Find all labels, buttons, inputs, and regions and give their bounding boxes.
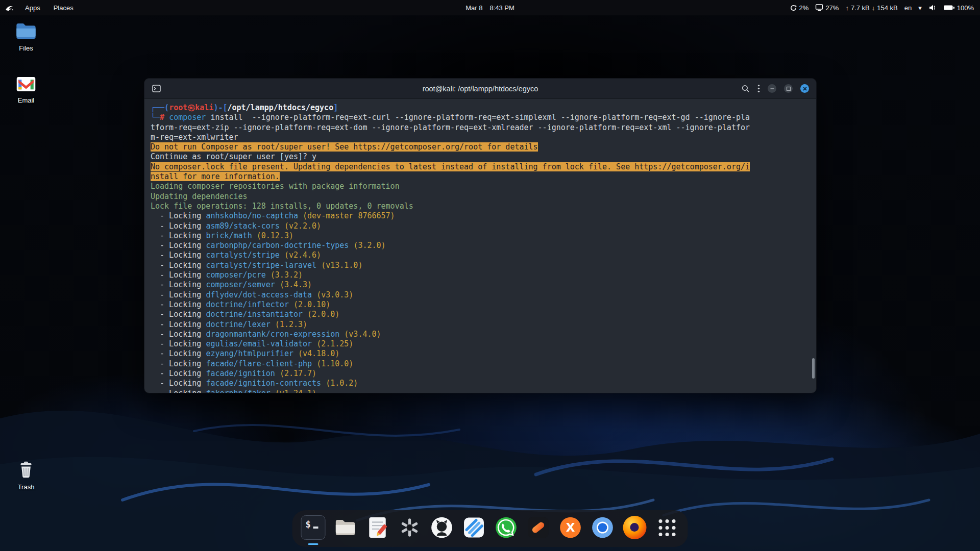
download-arrow-icon: ↓ xyxy=(872,4,875,12)
dock: $ xyxy=(292,510,688,547)
close-button[interactable] xyxy=(800,84,809,93)
terminal-window: root@kali: /opt/lampp/htdocs/egyco ┌──(r… xyxy=(144,78,817,393)
firefox-icon xyxy=(623,516,647,539)
whatsapp-icon xyxy=(495,516,518,539)
apps-menu[interactable]: Apps xyxy=(23,3,42,13)
terminal-line: - Locking doctrine/lexer (1.2.3) xyxy=(151,320,810,330)
cpu-refresh-icon xyxy=(790,4,797,12)
chromium-icon xyxy=(591,516,615,539)
dock-item-text-editor[interactable] xyxy=(365,515,390,540)
terminal-scrollbar[interactable] xyxy=(812,358,815,379)
desktop-icon-label: Trash xyxy=(18,483,35,491)
terminal-line: - Locking cartalyst/stripe-laravel (v13.… xyxy=(151,261,810,270)
running-indicator xyxy=(308,543,318,545)
dock-item-terminal[interactable]: $ xyxy=(301,515,326,540)
terminal-line: Continue as root/super user [yes]? y xyxy=(151,152,810,162)
terminal-line: Lock file operations: 128 installs, 0 up… xyxy=(151,202,810,211)
terminal-line: - Locking composer/pcre (3.3.2) xyxy=(151,270,810,280)
top-panel: Apps Places Mar 8 8:43 PM 2% 27% ↑ 7.7 k… xyxy=(0,0,980,15)
terminal-line: Do not run Composer as root/super user! … xyxy=(151,142,810,152)
dock-item-chromium[interactable] xyxy=(590,515,616,540)
dock-item-blue-stripes-app[interactable] xyxy=(461,515,487,540)
terminal-line: tform-req=ext-zip --ignore-platform-req=… xyxy=(151,123,810,133)
places-menu[interactable]: Places xyxy=(52,3,76,13)
upload-rate: 7.7 kB xyxy=(851,4,870,12)
minimize-button[interactable] xyxy=(768,84,776,93)
xampp-icon: X xyxy=(559,516,582,539)
desktop-icon-label: Email xyxy=(18,96,35,104)
terminal-line: - Locking doctrine/instantiator (2.0.0) xyxy=(151,310,810,319)
maximize-button[interactable] xyxy=(784,84,793,93)
terminal-app-icon xyxy=(152,84,161,93)
terminal-line: No composer.lock file present. Updating … xyxy=(151,162,810,172)
desktop-icon-label: Files xyxy=(19,44,33,52)
dock-item-chatgpt[interactable] xyxy=(397,515,423,540)
terminal-line: - Locking carbonphp/carbon-doctrine-type… xyxy=(151,241,810,251)
terminal-line: - Locking dragonmantank/cron-expression … xyxy=(151,330,810,339)
search-icon[interactable] xyxy=(741,84,750,93)
terminal-line: ┌──(root㉿kali)-[/opt/lampp/htdocs/egyco] xyxy=(151,103,810,113)
desktop-icon-trash[interactable]: Trash xyxy=(4,459,48,491)
terminal-line: - Locking asm89/stack-cors (v2.2.0) xyxy=(151,221,810,231)
dock-item-xampp[interactable]: X xyxy=(558,515,583,540)
terminal-line: m-req=ext-xmlwriter xyxy=(151,133,810,142)
svg-text:X: X xyxy=(566,521,575,534)
terminal-line: └─# composer install --ignore-platform-r… xyxy=(151,113,810,122)
upload-arrow-icon: ↑ xyxy=(845,4,849,12)
battery-percent: 100% xyxy=(957,4,974,12)
terminal-line: Loading composer repositories with packa… xyxy=(151,182,810,191)
gmail-icon xyxy=(14,73,38,94)
terminal-line: - Locking fakerphp/faker (v1.24.1) xyxy=(151,389,810,393)
dock-item-github[interactable] xyxy=(429,515,455,540)
memory-monitor-icon xyxy=(815,4,823,12)
memory-indicator[interactable]: 27% xyxy=(815,4,839,12)
terminal-line: - Locking brick/math (0.12.3) xyxy=(151,231,810,241)
dock-item-whatsapp[interactable] xyxy=(494,515,519,540)
system-menu-chevron-icon[interactable]: ▾ xyxy=(918,4,922,12)
desktop-icon-files[interactable]: Files xyxy=(4,20,48,52)
terminal-title: root@kali: /opt/lampp/htdocs/egyco xyxy=(423,85,538,93)
chatgpt-icon xyxy=(398,516,422,539)
terminal-line: - Locking facade/flare-client-php (1.10.… xyxy=(151,359,810,369)
dock-item-app-grid[interactable] xyxy=(654,515,680,540)
terminal-line: - Locking dflydev/dot-access-data (v3.0.… xyxy=(151,290,810,300)
network-traffic[interactable]: ↑ 7.7 kB ↓ 154 kB xyxy=(845,4,897,12)
cpu-indicator[interactable]: 2% xyxy=(790,4,809,12)
kebab-menu-icon[interactable] xyxy=(757,84,760,93)
keyboard-layout: en xyxy=(904,4,912,12)
files-folder-icon xyxy=(14,20,38,42)
clock[interactable]: Mar 8 8:43 PM xyxy=(465,4,514,12)
terminal-line: - Locking egulias/email-validator (2.1.2… xyxy=(151,339,810,349)
terminal-line: Updating dependencies xyxy=(151,192,810,202)
text-editor-icon xyxy=(367,516,388,539)
trash-icon xyxy=(15,459,37,481)
desktop-icon-email[interactable]: Email xyxy=(4,73,48,104)
blue-stripes-icon xyxy=(462,516,486,539)
app-grid-icon xyxy=(658,519,675,536)
battery-icon xyxy=(943,5,955,11)
terminal-output[interactable]: ┌──(root㉿kali)-[/opt/lampp/htdocs/egyco]… xyxy=(144,99,816,393)
kali-logo-icon[interactable] xyxy=(5,4,14,12)
memory-percent: 27% xyxy=(825,4,839,12)
orange-capsule-icon xyxy=(527,516,550,539)
terminal-line: - Locking cartalyst/stripe (v2.4.6) xyxy=(151,251,810,260)
dock-item-orange-capsule-app[interactable] xyxy=(526,515,551,540)
terminal-titlebar[interactable]: root@kali: /opt/lampp/htdocs/egyco xyxy=(144,79,816,99)
terminal-line: nstall for more information. xyxy=(151,172,810,182)
terminal-line: - Locking doctrine/inflector (2.0.10) xyxy=(151,300,810,310)
download-rate: 154 kB xyxy=(877,4,897,12)
volume-icon[interactable] xyxy=(928,4,937,11)
file-manager-icon xyxy=(333,517,358,538)
dock-item-firefox[interactable] xyxy=(622,515,648,540)
battery-indicator[interactable]: 100% xyxy=(943,4,974,12)
terminal-line: - Locking composer/semver (3.4.3) xyxy=(151,280,810,290)
terminal-line: - Locking facade/ignition (2.17.7) xyxy=(151,369,810,379)
clock-date: Mar 8 xyxy=(465,4,482,12)
github-icon xyxy=(430,516,454,539)
terminal-line: - Locking anhskohbo/no-captcha (dev-mast… xyxy=(151,211,810,221)
keyboard-layout-switcher[interactable]: en xyxy=(904,4,912,12)
cpu-percent: 2% xyxy=(799,4,809,12)
terminal-line: - Locking ezyang/htmlpurifier (v4.18.0) xyxy=(151,349,810,359)
clock-time: 8:43 PM xyxy=(489,4,514,12)
dock-item-files[interactable] xyxy=(333,515,358,540)
